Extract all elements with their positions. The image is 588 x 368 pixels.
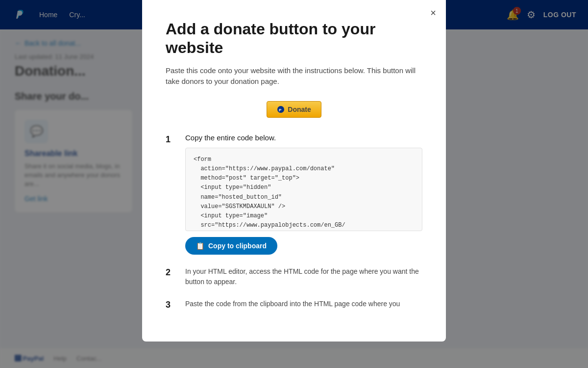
step-1-content: Copy the entire code below. <form action… [185,133,422,255]
step-1-row: 1 Copy the entire code below. <form acti… [166,133,422,255]
donate-button-preview: P Donate [166,101,422,118]
step-2-number: 2 [166,266,175,278]
paypal-donate-icon: P [277,105,285,113]
modal-overlay: × Add a donate button to your website Pa… [0,0,588,368]
modal-close-button[interactable]: × [430,8,436,18]
step-3-number: 3 [166,299,175,310]
step-1-section: 1 Copy the entire code below. <form acti… [166,133,422,255]
step-3-label: Paste the code from the clipboard into t… [185,299,422,309]
modal: × Add a donate button to your website Pa… [142,0,446,342]
modal-title: Add a donate button to your website [166,20,422,57]
step-3-content: Paste the code from the clipboard into t… [185,299,422,309]
step-3-row: 3 Paste the code from the clipboard into… [166,299,422,310]
donate-preview-button[interactable]: P Donate [267,101,321,118]
clipboard-icon: 📋 [196,242,204,250]
step-1-number: 1 [166,133,175,145]
step-1-label: Copy the entire code below. [185,133,422,142]
step-3-section: 3 Paste the code from the clipboard into… [166,299,422,310]
step-2-section: 2 In your HTML editor, access the HTML c… [166,266,422,287]
step-2-label: In your HTML editor, access the HTML cod… [185,266,422,287]
code-block: <form action="https://www.paypal.com/don… [185,148,422,231]
step-2-row: 2 In your HTML editor, access the HTML c… [166,266,422,287]
step-2-content: In your HTML editor, access the HTML cod… [185,266,422,287]
copy-to-clipboard-button[interactable]: 📋 Copy to clipboard [185,237,277,255]
svg-text:P: P [279,108,282,112]
modal-subtitle: Paste this code onto your website with t… [166,65,422,87]
